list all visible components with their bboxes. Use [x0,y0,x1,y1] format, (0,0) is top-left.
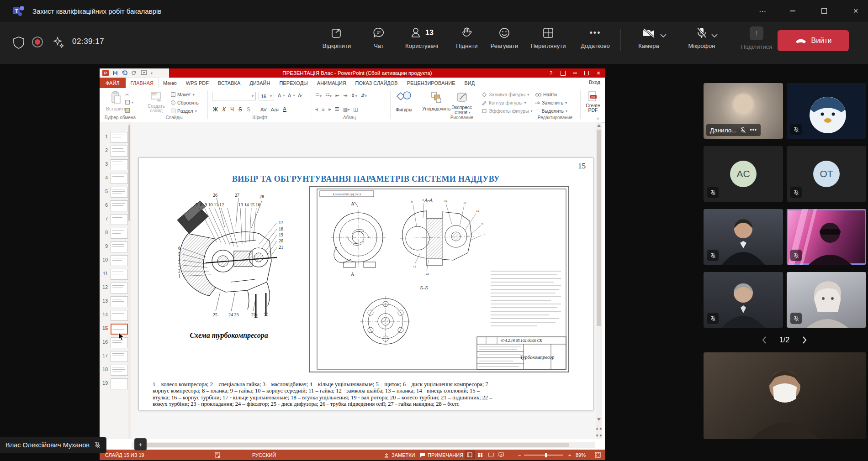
char-spacing-button[interactable]: AV [260,107,267,112]
underline-button[interactable]: Ч [230,106,234,113]
ppt-display-settings-button[interactable] [557,68,568,78]
clear-format-button[interactable]: A̷ [298,93,301,98]
tab-animations[interactable]: АНИМАЦИЯ [312,78,351,88]
scroll-up-icon[interactable] [597,124,601,127]
ppt-close-button[interactable]: ✕ [593,68,604,78]
thumbnail-11[interactable]: 11 [100,269,131,281]
section-button[interactable]: Раздел▾ [171,108,197,114]
zoom-in-button[interactable]: + [568,450,571,460]
tab-review[interactable]: РЕЦЕНЗИРОВАНИЕ [402,78,460,88]
zoom-level[interactable]: 89% [576,450,586,460]
slide-sorter-view-button[interactable] [476,451,485,459]
smartart-button[interactable]: ◫ [353,106,358,112]
slide-canvas[interactable]: 15 ВИБІР ТА ОБГРУНТУВАННЯ ПАРАМЕТРІВ СИС… [138,157,593,410]
font-name-combo[interactable]: ▾ [212,92,256,100]
paste-button[interactable]: Вставить [106,91,127,111]
shapes-button[interactable]: Фигуры [396,91,412,112]
grow-font-button[interactable]: A˄ [278,93,285,98]
shape-outline-button[interactable]: Контур фигуры▾ [482,100,526,105]
quick-styles-button[interactable]: Экспресс-стили ▾ [451,91,474,115]
maximize-button[interactable] [814,0,835,22]
undo-icon[interactable] [122,70,128,76]
titlebar-more-icon[interactable]: ⋯ [752,0,773,22]
status-language[interactable]: РУССКИЙ [252,450,276,460]
thumbnail-9[interactable]: 9 [100,241,131,253]
unpin-button[interactable]: Відкріпити [315,26,359,49]
more-actions-button[interactable]: ••• Додатково [573,26,617,49]
align-left-button[interactable]: ⫷ [315,106,318,112]
thumbnail-16[interactable]: 16 [100,337,131,349]
page-previous-icon[interactable] [761,336,767,344]
tab-insert[interactable]: ВСТАВКА [213,78,245,88]
participant-tile-ot[interactable]: ОТ [787,146,866,202]
font-size-combo[interactable]: 16▾ [259,92,274,100]
tab-slideshow[interactable]: ПОКАЗ СЛАЙДОВ [351,78,402,88]
layout-button[interactable]: Макет▾ [171,92,195,97]
participant-tile-large[interactable] [704,352,866,439]
thumbnail-8[interactable]: 8 [100,228,131,240]
shape-effects-button[interactable]: Эффекты фигуры▾ [482,108,533,114]
thumbnail-4[interactable]: 4 [100,173,131,185]
page-next-icon[interactable] [801,336,808,344]
tab-view[interactable]: ВИД [460,78,479,88]
comments-toggle[interactable]: ПРИМЕЧАНИЯ [419,450,463,460]
ppt-signin-link[interactable]: Вход [589,79,600,85]
italic-button[interactable]: К [222,106,226,113]
horizontal-scrollbar[interactable] [132,442,595,448]
thumbnail-12[interactable]: 12 [100,283,131,294]
spellcheck-icon[interactable] [215,450,221,460]
save-icon[interactable] [112,70,118,76]
fit-to-window-button[interactable] [595,450,601,460]
bullets-button[interactable]: ☰▾ [315,93,322,99]
thumbnail-19[interactable]: 19 [100,378,131,390]
tab-wps-pdf[interactable]: WPS PDF [181,78,213,88]
next-slide-button[interactable]: ▼▼ [596,432,602,439]
indent-button[interactable]: ⇥ [343,93,347,99]
start-slideshow-icon[interactable] [141,70,147,76]
participant-more-icon[interactable]: ••• [750,127,757,133]
participant-tile-active-speaker[interactable] [787,209,866,265]
scroll-down-icon[interactable] [597,418,601,421]
thumbnail-18[interactable]: 18 [100,365,131,377]
ppt-help-button[interactable]: ? [545,68,556,78]
chat-button[interactable]: Чат [357,26,401,49]
zoom-out-button[interactable]: − [518,450,521,460]
justify-button[interactable]: ☰ [335,106,339,112]
line-spacing-button[interactable]: ⇕▾ [351,93,357,99]
redo-icon[interactable] [132,70,137,76]
thumbnail-2[interactable]: 2 [100,146,131,157]
react-button[interactable]: Реагувати [482,26,526,49]
tab-design[interactable]: ДИЗАЙН [245,78,275,88]
participant-tile-ac[interactable]: AC [704,146,783,202]
create-pdf-button[interactable]: PDF CreatePDF [583,91,603,112]
ppt-restore-button[interactable] [581,68,592,78]
cut-button[interactable]: ✂ [125,92,129,97]
reset-button[interactable]: Сбросить [171,100,199,105]
thumbnail-5[interactable]: 5 [100,187,131,199]
participant-tile-danylo[interactable]: Данило... ••• [704,83,783,139]
thumbnail-7[interactable]: 7 [100,214,131,226]
tab-transitions[interactable]: ПЕРЕХОДЫ [275,78,312,88]
arrange-button[interactable]: Упорядочить [422,91,450,111]
participant-tile-5[interactable] [704,209,783,265]
shrink-font-button[interactable]: A˅ [288,93,295,98]
thumbnail-15-selected[interactable]: 15 [100,324,131,335]
participant-tile-2[interactable] [787,83,866,139]
participant-tile-8[interactable] [787,272,866,328]
text-shadow-button[interactable]: S [247,106,250,113]
collapse-ribbon-icon[interactable]: ˄ [597,116,599,121]
thumbnail-10[interactable]: 10 [100,255,131,267]
participant-tile-7[interactable] [704,272,783,328]
tab-menu[interactable]: Меню [159,78,181,88]
thumbnail-13[interactable]: 13 [100,296,131,308]
normal-view-button[interactable] [465,451,474,459]
change-case-button[interactable]: Aa▾ [271,107,279,112]
mic-chevron-icon[interactable] [711,33,718,38]
outdent-button[interactable]: ⇤ [335,93,339,99]
participants-button[interactable]: 13 Користувачі [397,26,447,49]
previous-slide-button[interactable]: ▲▲ [596,424,602,432]
bold-button[interactable]: Ж [213,106,218,113]
new-slide-button[interactable]: Создать слайд [144,91,168,113]
shape-fill-button[interactable]: Заливка фигуры▾ [482,92,529,97]
tab-file[interactable]: ФАЙЛ [100,78,126,88]
